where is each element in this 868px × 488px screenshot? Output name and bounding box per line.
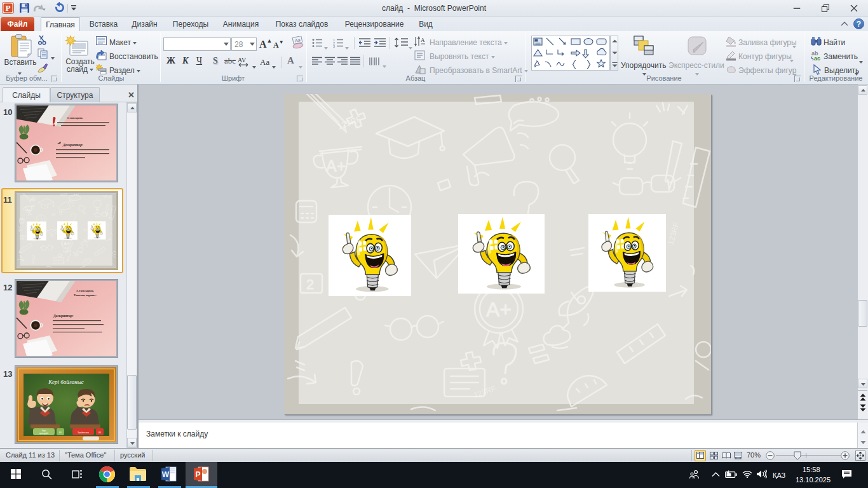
- svg-text:AV: AV: [238, 57, 247, 64]
- svg-text:ac: ac: [814, 55, 820, 61]
- svg-text:3: 3: [333, 44, 335, 48]
- svg-text:А: А: [421, 37, 425, 43]
